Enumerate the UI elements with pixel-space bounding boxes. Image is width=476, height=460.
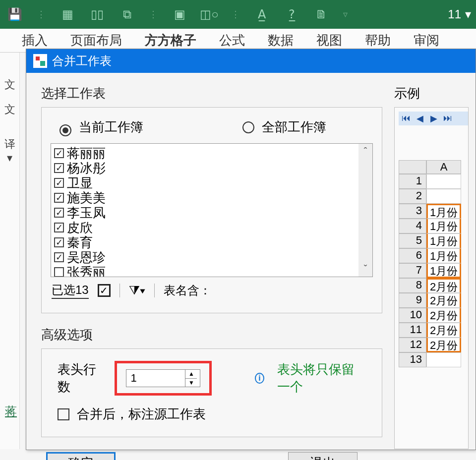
column-header[interactable]: A bbox=[426, 160, 461, 174]
menu-review[interactable]: 审阅 bbox=[414, 32, 439, 49]
menu-view[interactable]: 视图 bbox=[316, 32, 342, 49]
checkbox-icon[interactable] bbox=[54, 208, 64, 218]
row-header[interactable]: 6 bbox=[399, 248, 426, 263]
list-item: 吴恩珍 bbox=[54, 250, 357, 265]
row-header[interactable]: 3 bbox=[399, 204, 426, 219]
table-icon[interactable]: ▦ bbox=[58, 4, 77, 24]
cell[interactable]: 2月份 bbox=[426, 338, 461, 352]
filter-icon[interactable]: ⧩▾ bbox=[129, 283, 145, 298]
checkbox-icon[interactable] bbox=[54, 178, 64, 188]
menu-ffgz[interactable]: 方方格子 bbox=[145, 32, 196, 49]
font-size-value[interactable]: 11 bbox=[448, 7, 461, 21]
menu-formula[interactable]: 公式 bbox=[219, 32, 245, 49]
separator-icon bbox=[154, 284, 155, 297]
checkbox-icon[interactable] bbox=[54, 163, 64, 173]
separator-icon bbox=[119, 284, 120, 297]
separator-icon: ⋮ bbox=[229, 9, 242, 20]
checkbox-icon[interactable] bbox=[54, 267, 64, 277]
row-header[interactable]: 1 bbox=[399, 174, 426, 189]
row-header[interactable]: 4 bbox=[399, 219, 426, 233]
save-icon[interactable]: 💾 bbox=[5, 4, 25, 24]
corner-cell[interactable] bbox=[399, 160, 426, 174]
spinner-up-icon[interactable]: ▲ bbox=[185, 370, 197, 379]
cell[interactable]: 1月份 bbox=[426, 204, 461, 219]
shape-icon[interactable]: ◫○ bbox=[199, 4, 219, 24]
row-header[interactable]: 7 bbox=[399, 263, 426, 278]
left-char: 文 bbox=[0, 77, 19, 92]
menu-data[interactable]: 数据 bbox=[268, 32, 294, 49]
cell[interactable]: 2月份 bbox=[426, 293, 461, 308]
pivot-icon[interactable]: ⧉ bbox=[117, 4, 137, 24]
row-header[interactable]: 10 bbox=[399, 308, 426, 323]
nav-prev-icon[interactable]: ◀ bbox=[415, 113, 425, 124]
checkbox-icon[interactable] bbox=[54, 237, 64, 247]
menu-layout[interactable]: 页面布局 bbox=[70, 32, 122, 49]
overflow-icon[interactable]: ▿ bbox=[341, 9, 350, 20]
app-icon bbox=[33, 54, 47, 68]
menu-help[interactable]: 帮助 bbox=[365, 32, 391, 49]
row-header[interactable]: 5 bbox=[399, 233, 426, 248]
selected-count[interactable]: 已选13 bbox=[52, 282, 89, 299]
left-panel: 文 文 译 ▾ 蒋 bbox=[0, 53, 20, 449]
select-sheet-label: 选择工作表 bbox=[41, 85, 382, 102]
cell[interactable]: 1月份 bbox=[426, 248, 461, 263]
cell[interactable] bbox=[426, 352, 461, 367]
menu-insert[interactable]: 插入 bbox=[22, 32, 48, 49]
cell[interactable]: 1月份 bbox=[426, 233, 461, 248]
dialog-titlebar: 合并工作表 bbox=[26, 49, 476, 73]
advanced-group: 表头行数 ▲ ▼ i 表头将只保留一个 bbox=[41, 348, 382, 437]
nav-next-icon[interactable]: ▶ bbox=[428, 113, 439, 124]
separator-icon: ⋮ bbox=[147, 9, 160, 20]
header-rows-input[interactable] bbox=[126, 370, 185, 387]
window-icon[interactable]: ▣ bbox=[170, 4, 189, 24]
ok-button[interactable]: 确定 bbox=[46, 452, 116, 460]
cell[interactable] bbox=[426, 189, 461, 204]
cell[interactable]: 1月份 bbox=[426, 263, 461, 278]
row-header[interactable]: 2 bbox=[399, 189, 426, 204]
list-item: 蒋丽丽 bbox=[54, 146, 357, 161]
cancel-button[interactable]: 退出 bbox=[288, 452, 357, 460]
radio-current-workbook[interactable]: 当前工作簿 bbox=[60, 118, 143, 136]
row-header[interactable]: 9 bbox=[399, 293, 426, 308]
info-icon: i bbox=[255, 373, 264, 384]
sheet-tab[interactable]: 蒋 bbox=[5, 403, 17, 419]
cell[interactable]: 2月份 bbox=[426, 308, 461, 323]
mark-source-checkbox[interactable]: 合并后，标注源工作表 bbox=[58, 405, 206, 423]
chart-icon[interactable]: ▯▯ bbox=[87, 4, 107, 24]
cell[interactable]: 2月份 bbox=[426, 323, 461, 338]
sheet-listbox[interactable]: 蒋丽丽 杨冰彤 卫显 施美美 李玉凤 皮欣 秦育 吴恩珍 张秀丽 ˆ ˇ bbox=[51, 143, 373, 277]
spinner-down-icon[interactable]: ▼ bbox=[185, 379, 197, 387]
left-char[interactable]: 译 ▾ bbox=[0, 137, 19, 165]
header-rows-label: 表头行数 bbox=[58, 361, 102, 396]
checkbox-icon[interactable] bbox=[54, 193, 64, 203]
row-header[interactable]: 11 bbox=[399, 323, 426, 338]
nav-last-icon[interactable]: ⏭ bbox=[442, 113, 453, 124]
list-item: 施美美 bbox=[54, 190, 357, 205]
chevron-down-icon[interactable]: ▾ bbox=[465, 7, 471, 21]
textbox-icon[interactable]: A̲ bbox=[252, 4, 272, 24]
scrollbar[interactable]: ˆ ˇ bbox=[358, 144, 372, 277]
help-icon[interactable]: ?̲ bbox=[282, 4, 301, 24]
checkbox-icon[interactable] bbox=[54, 223, 64, 232]
chevron-up-icon[interactable]: ˆ bbox=[364, 146, 367, 157]
cell[interactable]: 1月份 bbox=[426, 219, 461, 233]
row-header[interactable]: 8 bbox=[399, 278, 426, 293]
checkbox-icon[interactable] bbox=[54, 252, 64, 262]
list-item: 秦育 bbox=[54, 235, 357, 250]
checkbox-icon[interactable] bbox=[54, 148, 64, 158]
tabname-input[interactable] bbox=[220, 283, 299, 298]
cell[interactable] bbox=[426, 174, 461, 189]
select-all-icon[interactable] bbox=[98, 284, 111, 297]
chevron-down-icon[interactable]: ˇ bbox=[364, 263, 367, 275]
radio-all-workbooks[interactable]: 全部工作簿 bbox=[242, 118, 326, 136]
radio-icon bbox=[242, 121, 254, 133]
nav-first-icon[interactable]: ⏮ bbox=[401, 113, 412, 124]
row-header[interactable]: 12 bbox=[399, 338, 426, 352]
page-icon[interactable]: 🗎 bbox=[311, 4, 331, 24]
list-item: 杨冰彤 bbox=[54, 161, 357, 175]
row-header[interactable]: 13 bbox=[399, 352, 426, 367]
header-rows-spinner[interactable]: ▲ ▼ bbox=[126, 369, 200, 387]
dialog-title-text: 合并工作表 bbox=[52, 53, 112, 69]
sheet-nav[interactable]: ⏮ ◀ ▶ ⏭ bbox=[399, 112, 468, 125]
cell[interactable]: 2月份 bbox=[426, 278, 461, 293]
